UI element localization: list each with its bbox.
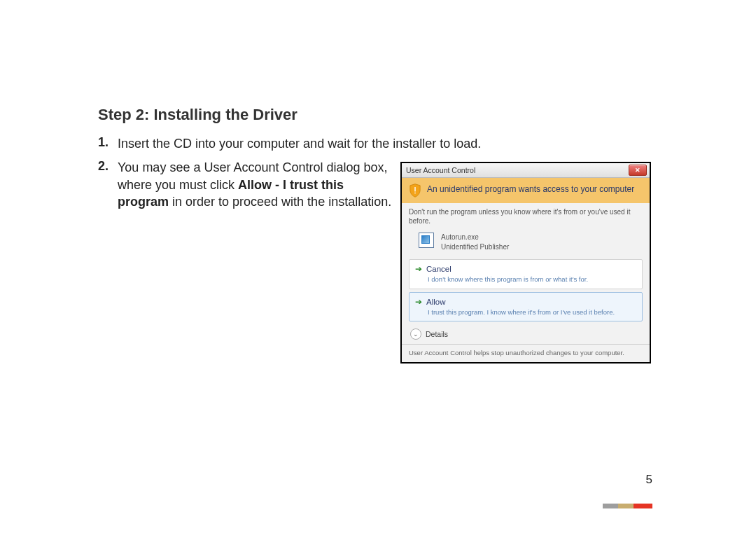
svg-rect-1 <box>414 193 415 193</box>
program-icon <box>419 233 434 248</box>
list-item: 1. Insert the CD into your computer and … <box>98 135 651 152</box>
uac-titlebar: User Account Control ✕ <box>402 163 650 178</box>
uac-program-row: Autorun.exe Unidentified Publisher <box>409 231 643 256</box>
decor-bar-grey <box>603 504 618 508</box>
shield-icon <box>409 184 421 198</box>
svg-rect-0 <box>414 187 415 191</box>
option-title: Allow <box>426 298 445 306</box>
item-text: Insert the CD into your computer and wai… <box>118 135 651 152</box>
uac-warning: Don't run the program unless you know wh… <box>409 207 643 226</box>
details-label: Details <box>426 330 448 338</box>
arrow-icon: ➔ <box>415 264 422 274</box>
program-meta: Autorun.exe Unidentified Publisher <box>441 233 509 252</box>
chevron-down-icon: ⌄ <box>410 328 421 340</box>
program-name: Autorun.exe <box>441 233 509 242</box>
uac-banner-text: An unidentified program wants access to … <box>427 184 634 195</box>
decor-bar-red <box>634 504 652 508</box>
allow-option[interactable]: ➔ Allow I trust this program. I know whe… <box>409 292 643 321</box>
option-title: Cancel <box>426 265 451 273</box>
uac-dialog: User Account Control ✕ An unidentified p… <box>400 162 651 364</box>
cancel-option[interactable]: ➔ Cancel I don't know where this program… <box>409 259 643 289</box>
option-subtitle: I trust this program. I know where it's … <box>415 307 636 317</box>
program-publisher: Unidentified Publisher <box>441 242 509 252</box>
section-heading: Step 2: Installing the Driver <box>98 106 651 124</box>
item-text: You may see a User Account Control dialo… <box>118 159 400 210</box>
option-subtitle: I don't know where this program is from … <box>415 274 636 284</box>
close-icon: ✕ <box>635 167 640 174</box>
page-decor <box>603 504 652 508</box>
uac-footer: User Account Control helps stop unauthor… <box>402 344 650 362</box>
details-toggle[interactable]: ⌄ Details <box>409 324 643 344</box>
item-number: 1. <box>98 135 118 152</box>
uac-body: Don't run the program unless you know wh… <box>402 203 650 344</box>
decor-bar-gold <box>618 504 634 508</box>
list-item: 2. You may see a User Account Control di… <box>98 159 651 364</box>
arrow-icon: ➔ <box>415 297 422 307</box>
text-fragment: in order to proceed with the installatio… <box>169 195 391 209</box>
uac-title-text: User Account Control <box>406 166 475 174</box>
page-content: Step 2: Installing the Driver 1. Insert … <box>98 106 651 371</box>
item-number: 2. <box>98 159 118 364</box>
close-button[interactable]: ✕ <box>629 165 647 176</box>
uac-banner: An unidentified program wants access to … <box>402 178 650 203</box>
page-number: 5 <box>646 473 652 487</box>
